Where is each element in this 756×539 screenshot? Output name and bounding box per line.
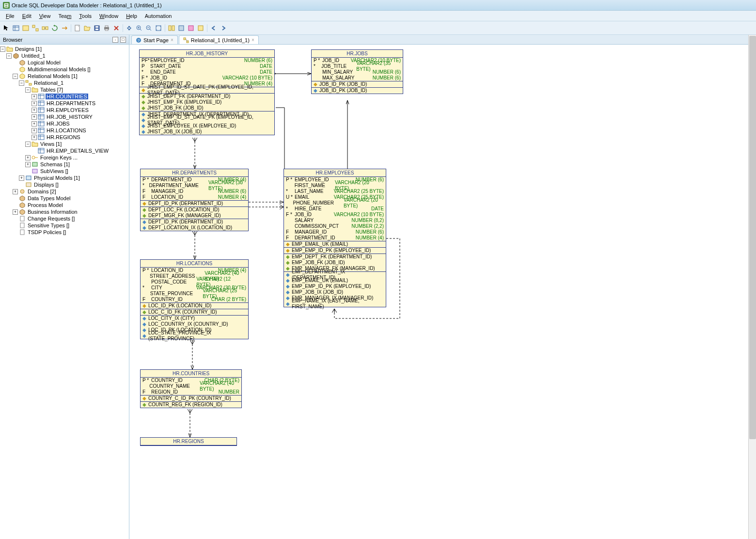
menu-edit[interactable]: Edit bbox=[18, 12, 35, 20]
menu-tools[interactable]: Tools bbox=[75, 12, 95, 20]
tree-node-fks[interactable]: +Foreign Keys ... bbox=[0, 154, 129, 161]
menu-automation[interactable]: Automation bbox=[141, 12, 176, 20]
delete-icon[interactable] bbox=[112, 24, 121, 32]
tree-node-physical[interactable]: +Physical Models [1] bbox=[0, 174, 129, 181]
print-icon[interactable] bbox=[102, 24, 111, 32]
close-icon[interactable]: × bbox=[252, 37, 254, 43]
merge-icon[interactable] bbox=[41, 24, 49, 32]
nav-back-icon[interactable] bbox=[125, 24, 134, 32]
tree-node-multi[interactable]: Multidimensional Models [] bbox=[0, 66, 129, 73]
tree-toggle-icon[interactable]: − bbox=[25, 142, 31, 147]
tree-toggle-icon[interactable]: + bbox=[32, 135, 37, 140]
tree-toggle-icon[interactable]: − bbox=[6, 53, 12, 59]
tree-toggle-icon[interactable]: + bbox=[19, 175, 24, 181]
nav-right-icon[interactable] bbox=[219, 24, 228, 32]
refresh-icon[interactable] bbox=[50, 24, 59, 32]
erd-table-title: HR.DEPARTMENTS bbox=[141, 169, 248, 177]
tree-toggle-icon[interactable]: + bbox=[32, 101, 37, 106]
engineer-icon[interactable] bbox=[60, 24, 69, 32]
menu-help[interactable]: Help bbox=[122, 12, 141, 20]
tree-node-datatypes[interactable]: Data Types Model bbox=[0, 195, 129, 202]
tree-toggle-icon[interactable]: + bbox=[32, 94, 37, 99]
erd-table-locations[interactable]: HR.LOCATIONSP *LOCATION_IDNUMBER (4)STRE… bbox=[140, 259, 249, 339]
tree-toggle-icon[interactable]: + bbox=[32, 121, 37, 127]
tree-node-subviews[interactable]: SubViews [] bbox=[0, 168, 129, 174]
tree-node-t_locations[interactable]: +HR.LOCATIONS bbox=[0, 127, 129, 134]
new-table-icon[interactable] bbox=[12, 24, 20, 32]
tree-node-tsdp[interactable]: TSDP Policies [] bbox=[0, 229, 129, 236]
nav-left-icon[interactable] bbox=[209, 24, 218, 32]
tree-node-t_employees[interactable]: +HR.EMPLOYEES bbox=[0, 107, 129, 113]
zoom-in-icon[interactable] bbox=[135, 24, 143, 32]
vertical-scrollbar[interactable] bbox=[748, 35, 756, 539]
svg-rect-15 bbox=[95, 26, 98, 28]
folder-icon bbox=[32, 87, 38, 93]
tree-toggle-icon[interactable]: − bbox=[19, 80, 24, 86]
erd-table-employees[interactable]: HR.EMPLOYEESP *EMPLOYEE_IDNUMBER (6)FIRS… bbox=[284, 169, 386, 307]
tree-toggle-icon[interactable]: + bbox=[13, 189, 18, 194]
diagram-canvas[interactable]: HR.JOB_HISTORYPF*EMPLOYEE_IDNUMBER (6)PS… bbox=[129, 45, 756, 539]
tree-node-business[interactable]: +Business Information bbox=[0, 208, 129, 215]
panel-maximize-icon[interactable]: □ bbox=[120, 37, 126, 43]
panel-minimize-icon[interactable]: - bbox=[112, 37, 118, 43]
menu-team[interactable]: Team bbox=[54, 12, 75, 20]
tree-toggle-icon[interactable]: + bbox=[25, 155, 31, 160]
tree-node-logical[interactable]: Logical Model bbox=[0, 59, 129, 66]
tree-toggle-icon[interactable]: − bbox=[0, 47, 5, 52]
tree-toggle-icon[interactable]: + bbox=[32, 108, 37, 113]
erd-table-regions[interactable]: HR.REGIONS bbox=[140, 437, 237, 446]
tree-node-sensitive[interactable]: Sensitive Types [] bbox=[0, 222, 129, 229]
tree-toggle-icon[interactable]: − bbox=[13, 74, 18, 79]
svg-point-65 bbox=[20, 190, 24, 193]
tree-node-rel1[interactable]: −Relational_1 bbox=[0, 79, 129, 86]
ddl-icon[interactable] bbox=[177, 24, 186, 32]
erd-column-row: MAX_SALARYNUMBER (6) bbox=[312, 75, 403, 81]
tree-node-t_jobs[interactable]: +HR.JOBS bbox=[0, 120, 129, 127]
new-icon[interactable] bbox=[73, 24, 82, 32]
tree-node-schemas[interactable]: +Schemas [1] bbox=[0, 161, 129, 168]
search-model-icon[interactable] bbox=[187, 24, 195, 32]
tree-node-process[interactable]: Process Model bbox=[0, 202, 129, 208]
erd-table-jobs[interactable]: HR.JOBSP *JOB_IDVARCHAR2 (10 BYTE)*JOB_T… bbox=[311, 49, 403, 94]
tree-node-domains[interactable]: +Domains [2] bbox=[0, 188, 129, 195]
browser-tree[interactable]: −Designs [1]−Untitled_1Logical ModelMult… bbox=[0, 45, 129, 539]
save-icon[interactable] bbox=[93, 24, 101, 32]
erd-table-countries[interactable]: HR.COUNTRIESP *COUNTRY_IDCHAR (2 BYTE)CO… bbox=[140, 369, 242, 408]
tree-node-tables[interactable]: −Tables [7] bbox=[0, 86, 129, 93]
erd-column-row: *DEPARTMENT_NAMEVARCHAR2 (30 BYTE) bbox=[141, 183, 248, 189]
tree-node-v_empdetails[interactable]: HR.EMP_DETAILS_VIEW bbox=[0, 147, 129, 154]
tab-start-page[interactable]: ? Start Page × bbox=[131, 35, 178, 44]
tree-toggle-icon[interactable]: + bbox=[32, 114, 37, 120]
menu-view[interactable]: View bbox=[35, 12, 55, 20]
tree-toggle-icon[interactable]: + bbox=[13, 209, 18, 215]
tab-relational[interactable]: Relational_1 (Untitled_1) × bbox=[179, 35, 259, 44]
tree-node-t_departments[interactable]: +HR.DEPARTMENTS bbox=[0, 100, 129, 107]
tree-node-label: Process Model bbox=[27, 202, 64, 208]
menu-window[interactable]: Window bbox=[95, 12, 122, 20]
tree-toggle-icon[interactable]: + bbox=[32, 128, 37, 133]
tree-node-changereq[interactable]: Change Requests [] bbox=[0, 215, 129, 222]
ddl-preview-icon[interactable] bbox=[196, 24, 205, 32]
tree-node-displays[interactable]: Displays [] bbox=[0, 181, 129, 188]
new-view-icon[interactable] bbox=[21, 24, 30, 32]
tree-node-designs[interactable]: −Designs [1] bbox=[0, 46, 129, 52]
tree-node-relational[interactable]: −Relational Models [1] bbox=[0, 73, 129, 79]
close-icon[interactable]: × bbox=[171, 37, 173, 43]
fit-screen-icon[interactable] bbox=[154, 24, 163, 32]
tree-node-t_job_history[interactable]: +HR.JOB_HISTORY bbox=[0, 113, 129, 120]
pk-icon: ◆ bbox=[142, 396, 146, 401]
erd-table-departments[interactable]: HR.DEPARTMENTSP *DEPARTMENT_IDNUMBER (4)… bbox=[140, 169, 249, 231]
tree-node-t_countries[interactable]: +HR.COUNTRIES bbox=[0, 93, 129, 100]
compare-icon[interactable] bbox=[167, 24, 176, 32]
open-icon[interactable] bbox=[83, 24, 92, 32]
tree-toggle-icon[interactable]: − bbox=[25, 87, 31, 93]
erd-table-job_history[interactable]: HR.JOB_HISTORYPF*EMPLOYEE_IDNUMBER (6)PS… bbox=[139, 49, 275, 135]
tree-node-untitled[interactable]: −Untitled_1 bbox=[0, 52, 129, 59]
pointer-tool-icon[interactable] bbox=[2, 24, 11, 32]
zoom-out-icon[interactable] bbox=[144, 24, 153, 32]
menu-file[interactable]: File bbox=[2, 12, 18, 20]
tree-node-views[interactable]: −Views [1] bbox=[0, 141, 129, 147]
tree-node-t_regions[interactable]: +HR.REGIONS bbox=[0, 134, 129, 141]
tree-toggle-icon[interactable]: + bbox=[25, 162, 31, 167]
split-icon[interactable] bbox=[31, 24, 40, 32]
